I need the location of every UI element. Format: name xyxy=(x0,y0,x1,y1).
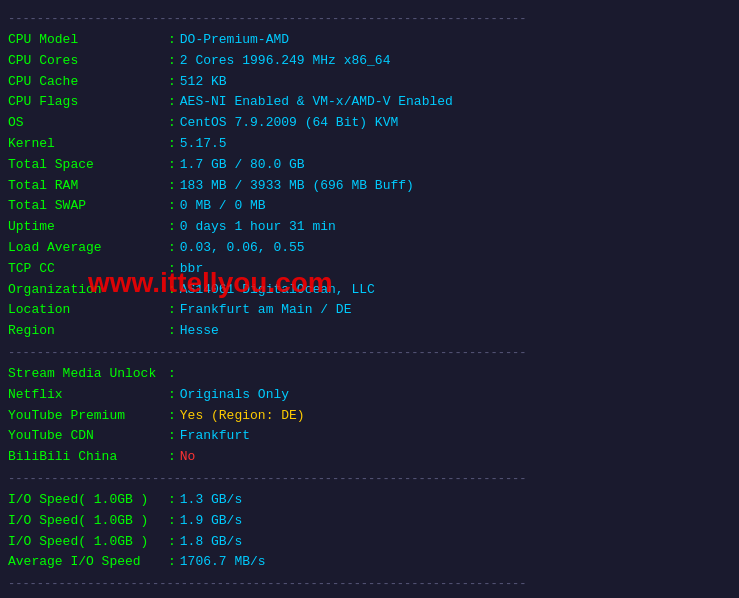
table-row: Load Average : 0.03, 0.06, 0.55 xyxy=(8,238,731,259)
io-speed-1-value: 1.3 GB/s xyxy=(180,490,242,511)
total-space-label: Total Space xyxy=(8,155,168,176)
io-speed-2-value: 1.9 GB/s xyxy=(180,511,242,532)
netflix-label: Netflix xyxy=(8,385,168,406)
netflix-value: Originals Only xyxy=(180,385,289,406)
io-speed-3-value: 1.8 GB/s xyxy=(180,532,242,553)
region-label: Region xyxy=(8,321,168,342)
table-row: I/O Speed( 1.0GB ) : 1.3 GB/s xyxy=(8,490,731,511)
cpu-cache-value: 512 KB xyxy=(180,72,227,93)
youtube-cdn-label: YouTube CDN xyxy=(8,426,168,447)
io-section: I/O Speed( 1.0GB ) : 1.3 GB/s I/O Speed(… xyxy=(8,490,731,573)
table-row: YouTube Premium : Yes (Region: DE) xyxy=(8,406,731,427)
load-average-value: 0.03, 0.06, 0.55 xyxy=(180,238,305,259)
kernel-value: 5.17.5 xyxy=(180,134,227,155)
cpu-cache-label: CPU Cache xyxy=(8,72,168,93)
divider-geekbench-top: ----------------------------------------… xyxy=(8,577,731,591)
table-row: OS : CentOS 7.9.2009 (64 Bit) KVM xyxy=(8,113,731,134)
load-average-label: Load Average xyxy=(8,238,168,259)
cpu-model-value: DO-Premium-AMD xyxy=(180,30,289,51)
avg-io-speed-label: Average I/O Speed xyxy=(8,552,168,573)
cpu-cores-label: CPU Cores xyxy=(8,51,168,72)
table-row: Location : Frankfurt am Main / DE xyxy=(8,300,731,321)
organization-label: Organization xyxy=(8,280,168,301)
divider-io-top: ----------------------------------------… xyxy=(8,472,731,486)
io-speed-3-label: I/O Speed( 1.0GB ) xyxy=(8,532,168,553)
region-value: Hesse xyxy=(180,321,219,342)
total-ram-label: Total RAM xyxy=(8,176,168,197)
divider-top: ----------------------------------------… xyxy=(8,12,731,26)
total-swap-value: 0 MB / 0 MB xyxy=(180,196,266,217)
location-label: Location xyxy=(8,300,168,321)
table-row: Region : Hesse xyxy=(8,321,731,342)
total-swap-label: Total SWAP xyxy=(8,196,168,217)
total-space-value: 1.7 GB / 80.0 GB xyxy=(180,155,305,176)
uptime-value: 0 days 1 hour 31 min xyxy=(180,217,336,238)
total-ram-value: 183 MB / 3933 MB (696 MB Buff) xyxy=(180,176,414,197)
table-row: Total Space : 1.7 GB / 80.0 GB xyxy=(8,155,731,176)
table-row: CPU Cache : 512 KB xyxy=(8,72,731,93)
bilibili-value: No xyxy=(180,447,196,468)
bilibili-label: BiliBili China xyxy=(8,447,168,468)
media-section: Stream Media Unlock : Netflix : Original… xyxy=(8,364,731,468)
stream-media-label: Stream Media Unlock xyxy=(8,364,168,385)
os-value: CentOS 7.9.2009 (64 Bit) KVM xyxy=(180,113,398,134)
table-row: Total RAM : 183 MB / 3933 MB (696 MB Buf… xyxy=(8,176,731,197)
organization-value: AS14061 DigitalOcean, LLC xyxy=(180,280,375,301)
youtube-premium-label: YouTube Premium xyxy=(8,406,168,427)
table-row: CPU Model : DO-Premium-AMD xyxy=(8,30,731,51)
avg-io-speed-value: 1706.7 MB/s xyxy=(180,552,266,573)
os-label: OS xyxy=(8,113,168,134)
table-row: Total SWAP : 0 MB / 0 MB xyxy=(8,196,731,217)
table-row: Uptime : 0 days 1 hour 31 min xyxy=(8,217,731,238)
cpu-cores-value: 2 Cores 1996.249 MHz x86_64 xyxy=(180,51,391,72)
table-row: Stream Media Unlock : xyxy=(8,364,731,385)
cpu-model-label: CPU Model xyxy=(8,30,168,51)
table-row: Kernel : 5.17.5 xyxy=(8,134,731,155)
io-speed-2-label: I/O Speed( 1.0GB ) xyxy=(8,511,168,532)
uptime-label: Uptime xyxy=(8,217,168,238)
youtube-cdn-value: Frankfurt xyxy=(180,426,250,447)
table-row: I/O Speed( 1.0GB ) : 1.9 GB/s xyxy=(8,511,731,532)
tcp-cc-value: bbr xyxy=(180,259,203,280)
table-row: Average I/O Speed : 1706.7 MB/s xyxy=(8,552,731,573)
table-row: TCP CC : bbr xyxy=(8,259,731,280)
table-row: CPU Flags : AES-NI Enabled & VM-x/AMD-V … xyxy=(8,92,731,113)
table-row: BiliBili China : No xyxy=(8,447,731,468)
youtube-premium-value: Yes (Region: DE) xyxy=(180,406,305,427)
tcp-cc-label: TCP CC xyxy=(8,259,168,280)
table-row: Organization : AS14061 DigitalOcean, LLC xyxy=(8,280,731,301)
cpu-flags-value: AES-NI Enabled & VM-x/AMD-V Enabled xyxy=(180,92,453,113)
divider-media-top: ----------------------------------------… xyxy=(8,346,731,360)
location-value: Frankfurt am Main / DE xyxy=(180,300,352,321)
sysinfo-section: CPU Model : DO-Premium-AMD CPU Cores : 2… xyxy=(8,30,731,342)
io-speed-1-label: I/O Speed( 1.0GB ) xyxy=(8,490,168,511)
table-row: CPU Cores : 2 Cores 1996.249 MHz x86_64 xyxy=(8,51,731,72)
table-row: YouTube CDN : Frankfurt xyxy=(8,426,731,447)
cpu-flags-label: CPU Flags xyxy=(8,92,168,113)
table-row: I/O Speed( 1.0GB ) : 1.8 GB/s xyxy=(8,532,731,553)
table-row: Netflix : Originals Only xyxy=(8,385,731,406)
kernel-label: Kernel xyxy=(8,134,168,155)
